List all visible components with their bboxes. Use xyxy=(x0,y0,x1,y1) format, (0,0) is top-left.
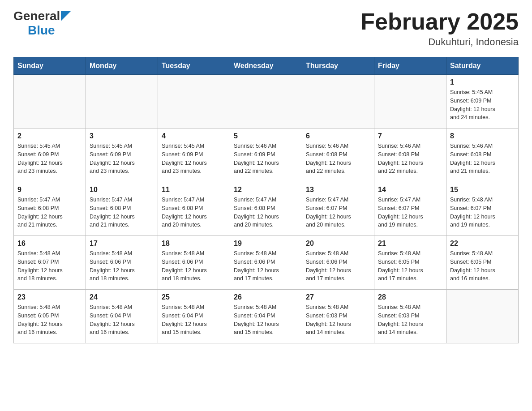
day-info: Sunrise: 5:46 AM Sunset: 6:08 PM Dayligh… xyxy=(378,142,442,176)
day-info: Sunrise: 5:45 AM Sunset: 6:09 PM Dayligh… xyxy=(17,142,82,176)
calendar-cell: 10Sunrise: 5:47 AM Sunset: 6:08 PM Dayli… xyxy=(86,182,158,236)
day-number: 10 xyxy=(90,186,154,194)
day-number: 6 xyxy=(306,132,370,140)
day-info: Sunrise: 5:48 AM Sunset: 6:05 PM Dayligh… xyxy=(450,249,515,283)
day-number: 28 xyxy=(378,293,442,301)
week-row-1: 1Sunrise: 5:45 AM Sunset: 6:09 PM Daylig… xyxy=(14,75,519,128)
day-number: 14 xyxy=(378,186,442,194)
day-number: 7 xyxy=(378,132,442,140)
month-year-title: February 2025 xyxy=(360,9,519,34)
day-number: 9 xyxy=(17,186,82,194)
day-number: 11 xyxy=(162,186,226,194)
calendar-cell: 25Sunrise: 5:48 AM Sunset: 6:04 PM Dayli… xyxy=(158,290,230,343)
calendar-cell: 9Sunrise: 5:47 AM Sunset: 6:08 PM Daylig… xyxy=(14,182,86,236)
day-info: Sunrise: 5:46 AM Sunset: 6:09 PM Dayligh… xyxy=(234,142,298,176)
day-info: Sunrise: 5:48 AM Sunset: 6:03 PM Dayligh… xyxy=(306,303,370,337)
calendar-cell: 15Sunrise: 5:48 AM Sunset: 6:07 PM Dayli… xyxy=(446,182,519,236)
day-number: 24 xyxy=(90,293,154,301)
day-info: Sunrise: 5:45 AM Sunset: 6:09 PM Dayligh… xyxy=(90,142,154,176)
calendar-cell: 20Sunrise: 5:48 AM Sunset: 6:06 PM Dayli… xyxy=(302,236,374,290)
calendar-cell xyxy=(302,75,374,128)
day-info: Sunrise: 5:48 AM Sunset: 6:05 PM Dayligh… xyxy=(378,249,442,283)
day-number: 3 xyxy=(90,132,154,140)
logo: General Blue xyxy=(13,9,71,38)
weekday-header-row: SundayMondayTuesdayWednesdayThursdayFrid… xyxy=(14,57,519,75)
location-text: Dukuhturi, Indonesia xyxy=(360,36,519,48)
day-info: Sunrise: 5:47 AM Sunset: 6:07 PM Dayligh… xyxy=(378,196,442,229)
calendar-cell: 7Sunrise: 5:46 AM Sunset: 6:08 PM Daylig… xyxy=(374,128,446,182)
day-info: Sunrise: 5:47 AM Sunset: 6:08 PM Dayligh… xyxy=(17,196,82,229)
day-info: Sunrise: 5:48 AM Sunset: 6:06 PM Dayligh… xyxy=(306,249,370,283)
calendar-cell: 27Sunrise: 5:48 AM Sunset: 6:03 PM Dayli… xyxy=(302,290,374,343)
weekday-header-wednesday: Wednesday xyxy=(230,57,302,75)
day-number: 25 xyxy=(162,293,226,301)
calendar-cell: 24Sunrise: 5:48 AM Sunset: 6:04 PM Dayli… xyxy=(86,290,158,343)
day-number: 2 xyxy=(17,132,82,140)
week-row-3: 9Sunrise: 5:47 AM Sunset: 6:08 PM Daylig… xyxy=(14,182,519,236)
day-number: 27 xyxy=(306,293,370,301)
day-number: 13 xyxy=(306,186,370,194)
calendar-cell: 12Sunrise: 5:47 AM Sunset: 6:08 PM Dayli… xyxy=(230,182,302,236)
calendar-cell: 26Sunrise: 5:48 AM Sunset: 6:04 PM Dayli… xyxy=(230,290,302,343)
day-info: Sunrise: 5:47 AM Sunset: 6:08 PM Dayligh… xyxy=(234,196,298,229)
day-info: Sunrise: 5:48 AM Sunset: 6:07 PM Dayligh… xyxy=(450,196,515,229)
logo-blue-text: Blue xyxy=(28,23,55,38)
day-number: 12 xyxy=(234,186,298,194)
calendar-cell: 6Sunrise: 5:46 AM Sunset: 6:08 PM Daylig… xyxy=(302,128,374,182)
logo-arrow-icon xyxy=(61,11,71,21)
day-number: 16 xyxy=(17,240,82,248)
day-info: Sunrise: 5:48 AM Sunset: 6:03 PM Dayligh… xyxy=(378,303,442,337)
calendar-cell: 3Sunrise: 5:45 AM Sunset: 6:09 PM Daylig… xyxy=(86,128,158,182)
day-info: Sunrise: 5:48 AM Sunset: 6:06 PM Dayligh… xyxy=(162,249,226,283)
weekday-header-monday: Monday xyxy=(86,57,158,75)
calendar-cell: 23Sunrise: 5:48 AM Sunset: 6:05 PM Dayli… xyxy=(14,290,86,343)
calendar-cell: 14Sunrise: 5:47 AM Sunset: 6:07 PM Dayli… xyxy=(374,182,446,236)
weekday-header-thursday: Thursday xyxy=(302,57,374,75)
weekday-header-friday: Friday xyxy=(374,57,446,75)
calendar-cell: 8Sunrise: 5:46 AM Sunset: 6:08 PM Daylig… xyxy=(446,128,519,182)
calendar-cell: 19Sunrise: 5:48 AM Sunset: 6:06 PM Dayli… xyxy=(230,236,302,290)
calendar-cell: 22Sunrise: 5:48 AM Sunset: 6:05 PM Dayli… xyxy=(446,236,519,290)
calendar-cell: 5Sunrise: 5:46 AM Sunset: 6:09 PM Daylig… xyxy=(230,128,302,182)
calendar-table: SundayMondayTuesdayWednesdayThursdayFrid… xyxy=(13,57,519,343)
week-row-2: 2Sunrise: 5:45 AM Sunset: 6:09 PM Daylig… xyxy=(14,128,519,182)
day-number: 18 xyxy=(162,240,226,248)
day-info: Sunrise: 5:45 AM Sunset: 6:09 PM Dayligh… xyxy=(162,142,226,176)
calendar-cell xyxy=(14,75,86,128)
day-number: 21 xyxy=(378,240,442,248)
day-number: 8 xyxy=(450,132,515,140)
day-info: Sunrise: 5:48 AM Sunset: 6:04 PM Dayligh… xyxy=(90,303,154,337)
week-row-5: 23Sunrise: 5:48 AM Sunset: 6:05 PM Dayli… xyxy=(14,290,519,343)
week-row-4: 16Sunrise: 5:48 AM Sunset: 6:07 PM Dayli… xyxy=(14,236,519,290)
day-info: Sunrise: 5:45 AM Sunset: 6:09 PM Dayligh… xyxy=(450,88,515,122)
day-number: 22 xyxy=(450,240,515,248)
day-info: Sunrise: 5:47 AM Sunset: 6:07 PM Dayligh… xyxy=(306,196,370,229)
calendar-cell xyxy=(86,75,158,128)
calendar-cell: 21Sunrise: 5:48 AM Sunset: 6:05 PM Dayli… xyxy=(374,236,446,290)
weekday-header-saturday: Saturday xyxy=(446,57,519,75)
day-info: Sunrise: 5:46 AM Sunset: 6:08 PM Dayligh… xyxy=(306,142,370,176)
logo-general-text: General xyxy=(13,9,60,23)
day-number: 19 xyxy=(234,240,298,248)
day-info: Sunrise: 5:48 AM Sunset: 6:07 PM Dayligh… xyxy=(17,249,82,283)
calendar-cell: 1Sunrise: 5:45 AM Sunset: 6:09 PM Daylig… xyxy=(446,75,519,128)
calendar-cell: 17Sunrise: 5:48 AM Sunset: 6:06 PM Dayli… xyxy=(86,236,158,290)
calendar-cell xyxy=(158,75,230,128)
weekday-header-tuesday: Tuesday xyxy=(158,57,230,75)
day-number: 23 xyxy=(17,293,82,301)
day-info: Sunrise: 5:48 AM Sunset: 6:04 PM Dayligh… xyxy=(162,303,226,337)
day-info: Sunrise: 5:48 AM Sunset: 6:05 PM Dayligh… xyxy=(17,303,82,337)
calendar-cell: 28Sunrise: 5:48 AM Sunset: 6:03 PM Dayli… xyxy=(374,290,446,343)
calendar-cell: 2Sunrise: 5:45 AM Sunset: 6:09 PM Daylig… xyxy=(14,128,86,182)
day-info: Sunrise: 5:46 AM Sunset: 6:08 PM Dayligh… xyxy=(450,142,515,176)
calendar-cell xyxy=(374,75,446,128)
day-number: 1 xyxy=(450,78,515,86)
day-number: 17 xyxy=(90,240,154,248)
title-section: February 2025 Dukuhturi, Indonesia xyxy=(360,9,519,48)
day-number: 26 xyxy=(234,293,298,301)
svg-marker-0 xyxy=(61,11,71,21)
calendar-cell: 13Sunrise: 5:47 AM Sunset: 6:07 PM Dayli… xyxy=(302,182,374,236)
day-number: 15 xyxy=(450,186,515,194)
day-info: Sunrise: 5:47 AM Sunset: 6:08 PM Dayligh… xyxy=(90,196,154,229)
calendar-cell: 16Sunrise: 5:48 AM Sunset: 6:07 PM Dayli… xyxy=(14,236,86,290)
